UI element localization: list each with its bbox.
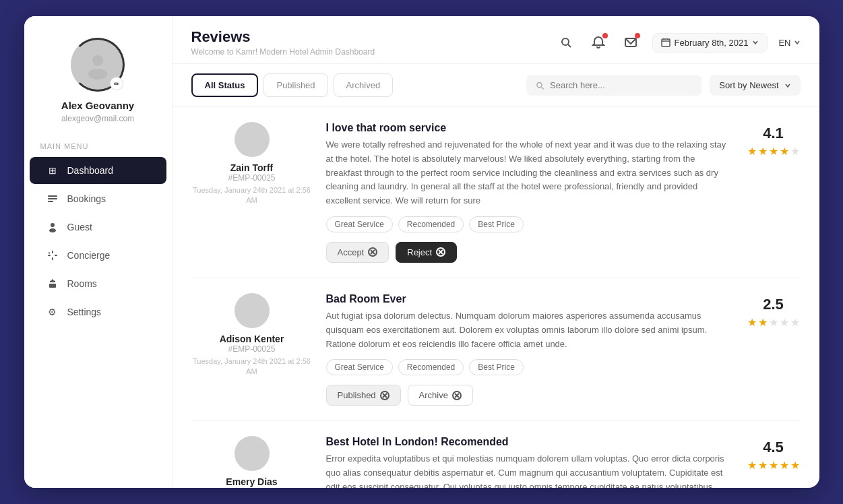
review-tag: Best Price [469,359,524,375]
reviewer-name: Adison Kenter [220,334,284,344]
star-icon: ★ [769,316,778,329]
sidebar-item-concierge[interactable]: Concierge [30,242,166,269]
main-menu-label: Main Menu [24,142,172,150]
svg-rect-2 [48,195,57,197]
svg-point-5 [51,223,55,227]
svg-line-22 [542,87,544,89]
search-input[interactable] [550,80,692,90]
sort-label: Sort by Newest [719,80,778,90]
star-icon: ★ [780,459,789,472]
sidebar-item-bookings[interactable]: Bookings [30,185,166,212]
page-subtitle: Welcome to Kamr! Modern Hotel Admin Dash… [191,47,375,57]
search-icon [536,81,544,90]
page-title: Reviews [191,28,375,46]
reviewer-date: Tuesday, January 24th 2021 at 2:56 AM [191,185,313,206]
sidebar-item-dashboard[interactable]: ⊞ Dashboard [30,157,166,184]
reviewer-info: Adison Kenter #EMP-00025 Tuesday, Januar… [191,293,313,377]
language-value: EN [778,38,790,48]
sidebar-item-label-concierge: Concierge [67,250,111,261]
date-selector[interactable]: February 8th, 2021 [652,33,768,53]
tab-archived[interactable]: Archived [334,73,394,97]
app-container: ✏ Alex Geovanny alexgeov@mail.com Main M… [24,16,819,488]
accept-icon [368,247,377,257]
review-card: Zain Torff #EMP-00025 Tuesday, January 2… [191,107,801,278]
avatar-container: ✏ [71,38,125,92]
reviewer-info: Zain Torff #EMP-00025 Tuesday, January 2… [191,122,313,206]
review-actions: Accept Reject [326,242,733,263]
guest-icon [46,220,59,234]
reviewer-info: Emery Dias #EMP-00025 Tuesday, January 2… [191,436,313,488]
sidebar-item-settings[interactable]: ⚙ Settings [30,298,166,325]
star-icon: ★ [747,459,757,472]
review-card: Adison Kenter #EMP-00025 Tuesday, Januar… [191,278,801,421]
review-text: Aut fugiat ipsa dolorum delectus. Numqua… [326,309,733,351]
star-icon: ★ [747,145,757,158]
review-title: Best Hotel In London! Recomended [326,436,733,448]
svg-rect-8 [52,257,53,260]
published-button[interactable]: Published [326,385,401,406]
notifications-button[interactable] [588,32,609,53]
user-email: alexgeov@mail.com [61,114,134,123]
review-tags: Great ServiceRecomendedBest Price [326,216,733,232]
stars: ★★★★★ [747,145,800,158]
settings-icon: ⚙ [46,305,59,319]
svg-rect-17 [662,39,670,46]
sidebar-item-label-dashboard: Dashboard [67,165,114,176]
reject-button[interactable]: Reject [396,242,457,263]
reviewer-id: #EMP-00025 [228,173,275,183]
sort-button[interactable]: Sort by Newest [710,75,800,96]
sidebar-item-guest[interactable]: Guest [30,214,166,241]
sort-chevron-icon [784,82,791,89]
rooms-icon [46,277,59,290]
language-selector[interactable]: EN [778,38,800,48]
svg-rect-10 [55,255,57,256]
accept-button[interactable]: Accept [326,242,389,263]
messages-badge [635,33,640,38]
review-actions: Published Archive [326,385,733,406]
sidebar-item-label-settings: Settings [67,307,102,317]
svg-rect-11 [48,252,50,254]
reviewer-id: #EMP-00025 [228,487,275,488]
search-button[interactable] [555,32,577,53]
page-title-section: Reviews Welcome to Kamr! Modern Hotel Ad… [191,28,375,57]
topbar-right: February 8th, 2021 EN [555,32,801,53]
star-icon: ★ [790,316,800,329]
archive-button[interactable]: Archive [408,385,473,406]
tab-all-status[interactable]: All Status [191,73,259,97]
sidebar-item-rooms[interactable]: Rooms [30,270,166,297]
reviews-list: Zain Torff #EMP-00025 Tuesday, January 2… [173,107,819,488]
review-tag: Great Service [326,359,393,375]
star-icon: ★ [790,459,800,472]
star-icon: ★ [758,145,768,158]
reviewer-avatar [235,122,270,157]
avatar-edit-button[interactable]: ✏ [110,77,123,90]
svg-rect-9 [48,255,51,256]
review-tag: Great Service [326,216,393,232]
review-tag: Recomended [398,216,464,232]
svg-point-21 [537,82,542,87]
tab-published[interactable]: Published [263,73,327,97]
published-icon [380,391,389,400]
messages-button[interactable] [620,32,642,53]
svg-point-14 [562,38,569,45]
review-rating: 4.5 ★★★★★ [747,436,801,472]
notification-badge [602,33,608,38]
review-title: Bad Room Ever [326,293,733,305]
svg-rect-4 [48,201,53,202]
topbar: Reviews Welcome to Kamr! Modern Hotel Ad… [173,16,819,64]
bookings-icon [46,192,59,206]
rating-number: 4.5 [763,439,784,456]
star-icon: ★ [780,145,789,158]
reviewer-name: Zain Torff [230,162,274,173]
review-body: Best Hotel In London! Recomended Error e… [326,436,733,488]
review-tag: Recomended [398,359,464,375]
stars: ★★★★★ [747,459,800,472]
tab-group: All Status Published Archived [191,73,394,97]
main-content: Reviews Welcome to Kamr! Modern Hotel Ad… [173,16,819,488]
sidebar: ✏ Alex Geovanny alexgeov@mail.com Main M… [24,16,173,488]
search-box [526,75,701,96]
svg-rect-3 [48,198,57,199]
review-rating: 4.1 ★★★★★ [747,122,801,158]
rating-number: 2.5 [763,296,784,313]
review-card: Emery Dias #EMP-00025 Tuesday, January 2… [191,421,801,488]
